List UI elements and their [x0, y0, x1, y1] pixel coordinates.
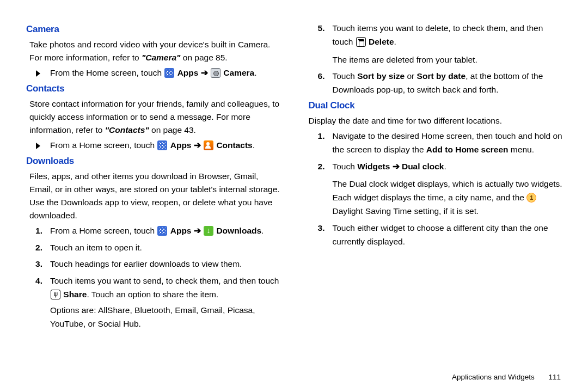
arrow-icon: ➔	[390, 162, 402, 171]
step-number: 2.	[309, 160, 333, 218]
label-camera: Camera	[223, 68, 254, 77]
downloads-step-5: 5. Touch items you want to delete, to ch…	[309, 22, 564, 66]
step-number: 3.	[309, 222, 333, 249]
text: or	[405, 71, 416, 81]
label-downloads: Downloads	[216, 226, 261, 235]
play-bullet-icon	[36, 70, 40, 77]
text: .	[394, 37, 396, 46]
downloads-step-1: 1. From a Home screen, touch Apps ➔ Down…	[26, 224, 281, 238]
two-column-layout: Camera Take photos and record video with…	[26, 22, 564, 334]
downloads-step-2: 2. Touch an item to open it.	[26, 241, 281, 255]
text: .	[253, 140, 255, 150]
bullet	[26, 66, 50, 80]
step-text: Touch either widget to choose a differen…	[333, 222, 564, 249]
heading-contacts: Contacts	[26, 83, 281, 94]
apps-icon	[157, 226, 167, 236]
text: .	[444, 162, 446, 171]
step-text: Touch an item to open it.	[50, 241, 281, 255]
step-text: Touch items you want to send, to check t…	[50, 274, 281, 330]
step-text: Touch headings for earlier downloads to …	[50, 258, 281, 271]
step-number: 6.	[309, 70, 333, 97]
footer-section: Applications and Widgets	[452, 373, 535, 381]
downloads-step-6: 6. Touch Sort by size or Sort by date, a…	[309, 70, 564, 97]
right-column: 5. Touch items you want to delete, to ch…	[309, 22, 564, 334]
bullet	[26, 139, 50, 152]
camera-nav-step: From the Home screen, touch Apps ➔ Camer…	[26, 66, 281, 80]
dualclock-desc: Display the date and time for two differ…	[309, 114, 564, 127]
text: .	[261, 226, 264, 235]
text: From a Home screen, touch	[50, 140, 157, 150]
text: Touch items you want to send, to check t…	[50, 276, 279, 285]
play-bullet-icon	[36, 143, 40, 149]
label-delete: Delete	[369, 37, 394, 46]
dualclock-step-1: 1. Navigate to the desired Home screen, …	[309, 130, 564, 157]
label-sort-date: Sort by date	[417, 71, 466, 81]
step-number: 2.	[26, 241, 50, 255]
step-number: 5.	[309, 22, 333, 66]
label-share: Share	[63, 290, 87, 299]
label-sort-size: Sort by size	[357, 71, 405, 81]
page-number: 111	[548, 373, 561, 381]
step-text: From a Home screen, touch Apps ➔ Downloa…	[50, 224, 281, 238]
text: .	[254, 68, 256, 77]
text: menu.	[509, 145, 534, 154]
page-footer: Applications and Widgets 111	[452, 373, 561, 381]
downloads-step-3: 3. Touch headings for earlier downloads …	[26, 258, 281, 271]
xref-contacts: "Contacts"	[105, 125, 149, 134]
step-text: Touch items you want to delete, to check…	[333, 22, 564, 66]
text: Daylight Saving Time setting, if it is s…	[333, 206, 479, 216]
text: The items are deleted from your tablet.	[333, 55, 477, 64]
step-number: 3.	[26, 258, 50, 271]
step-text: Touch Widgets ➔ Dual clock. The Dual clo…	[333, 160, 564, 218]
text: Touch	[333, 71, 358, 81]
label-apps: Apps	[170, 140, 192, 150]
step-text: Touch Sort by size or Sort by date, at t…	[333, 70, 564, 97]
camera-icon	[211, 68, 220, 78]
dst-icon	[526, 193, 536, 203]
dualclock-step-2: 2. Touch Widgets ➔ Dual clock. The Dual …	[309, 160, 564, 218]
label-add-home: Add to Home screen	[426, 145, 509, 154]
delete-icon	[356, 37, 366, 47]
text: From a Home screen, touch	[50, 226, 157, 235]
label-apps: Apps	[170, 226, 192, 235]
text: Touch	[333, 162, 358, 171]
apps-icon	[164, 68, 174, 78]
step-number: 1.	[309, 130, 333, 157]
text: From the Home screen, touch	[50, 68, 164, 77]
dualclock-step-3: 3. Touch either widget to choose a diffe…	[309, 222, 564, 249]
left-column: Camera Take photos and record video with…	[26, 22, 281, 334]
step-number: 1.	[26, 224, 50, 238]
text: Options are: AllShare, Bluetooth, Email,…	[50, 305, 255, 328]
label-widgets: Widgets	[357, 162, 390, 171]
step-number: 4.	[26, 274, 50, 330]
apps-icon	[157, 140, 167, 150]
arrow-icon: ➔	[191, 226, 203, 235]
contacts-nav-step: From a Home screen, touch Apps ➔ Contact…	[26, 139, 281, 152]
heading-dualclock: Dual Clock	[309, 100, 564, 111]
label-contacts: Contacts	[216, 140, 252, 150]
heading-downloads: Downloads	[26, 156, 281, 167]
step-text: From a Home screen, touch Apps ➔ Contact…	[50, 139, 281, 152]
contacts-desc: Store contact information for your frien…	[29, 97, 281, 137]
label-apps: Apps	[177, 68, 199, 77]
share-icon	[51, 290, 60, 299]
step-text: Navigate to the desired Home screen, the…	[333, 130, 564, 157]
text: on page 85.	[180, 53, 227, 62]
contacts-icon	[204, 140, 213, 150]
xref-camera: "Camera"	[142, 53, 181, 62]
step-text: From the Home screen, touch Apps ➔ Camer…	[50, 66, 281, 80]
arrow-icon: ➔	[198, 68, 210, 77]
heading-camera: Camera	[26, 24, 281, 35]
text: . Touch an option to share the item.	[87, 290, 218, 299]
camera-desc: Take photos and record video with your d…	[29, 38, 281, 64]
text: on page 43.	[149, 125, 196, 134]
downloads-icon	[204, 226, 213, 236]
label-dualclock: Dual clock	[402, 162, 444, 171]
downloads-desc: Files, apps, and other items you downloa…	[29, 170, 281, 222]
downloads-step-4: 4. Touch items you want to send, to chec…	[26, 274, 281, 330]
arrow-icon: ➔	[191, 140, 203, 150]
